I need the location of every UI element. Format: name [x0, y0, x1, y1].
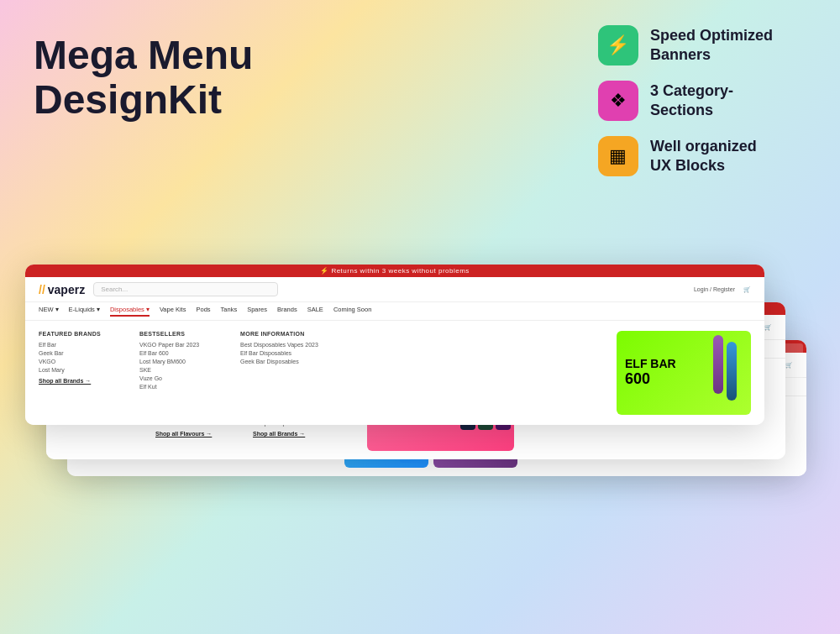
- grid-icon: ▦: [598, 136, 638, 176]
- front-col-1: FEATURED BRANDS Elf Bar Geek Bar VKGO Lo…: [39, 331, 123, 415]
- front-search[interactable]: Search...: [93, 282, 278, 296]
- feature-item-1: ⚡ Speed OptimizedBanners: [598, 25, 773, 65]
- front-col2-item1[interactable]: VKGO Paper Bar 2023: [139, 342, 223, 348]
- front-col2-item4[interactable]: SKE: [139, 367, 223, 373]
- elfbar-text-line1: ELF BAR: [625, 358, 676, 370]
- front-col1-item3[interactable]: VKGO: [39, 359, 123, 364]
- front-col3-item1[interactable]: Best Disposables Vapes 2023: [240, 342, 324, 348]
- front-col2-item2[interactable]: Elf Bar 600: [139, 350, 223, 356]
- front-logo: // vaperz: [39, 283, 85, 296]
- features-list: ⚡ Speed OptimizedBanners ❖ 3 Category-Se…: [598, 25, 773, 176]
- front-col1-item1[interactable]: Elf Bar: [39, 342, 123, 348]
- feature-label-3: Well organizedUX Blocks: [650, 137, 757, 176]
- front-col1-link[interactable]: Shop all Brands →: [39, 378, 123, 384]
- front-tab-sale[interactable]: SALE: [307, 306, 323, 317]
- layers-icon: ❖: [598, 81, 638, 121]
- front-col2-item6[interactable]: Elf Kut: [139, 384, 223, 390]
- front-banner-area: ELF BAR 600: [341, 331, 751, 415]
- feature-label-2: 3 Category-Sections: [650, 81, 733, 121]
- front-tab-disposables[interactable]: Disposables ▾: [110, 306, 150, 317]
- front-col1-item4[interactable]: Lost Mary: [39, 367, 123, 373]
- front-col-3: MORE INFORMATION Best Disposables Vapes …: [240, 331, 324, 415]
- feature-label-1: Speed OptimizedBanners: [650, 26, 773, 65]
- hero-title-line1: Mega Menu: [34, 34, 253, 78]
- front-tab-tanks[interactable]: Tanks: [221, 306, 238, 317]
- front-dropdown: FEATURED BRANDS Elf Bar Geek Bar VKGO Lo…: [25, 321, 764, 425]
- front-menu-tabs: NEW ▾ E-Liquids ▾ Disposables ▾ Vape Kit…: [25, 302, 764, 321]
- front-col1-title: FEATURED BRANDS: [39, 331, 123, 337]
- browser-front: ⚡ Returns within 3 weeks without problem…: [25, 265, 764, 425]
- login-register-link[interactable]: Login / Register: [694, 286, 735, 293]
- front-col2-item5[interactable]: Vuze Go: [139, 375, 223, 381]
- feature-item-2: ❖ 3 Category-Sections: [598, 81, 773, 121]
- front-nav-links: Login / Register 🛒: [694, 286, 751, 293]
- speed-icon: ⚡: [598, 25, 638, 65]
- front-topbar: ⚡ Returns within 3 weeks without problem…: [25, 265, 764, 277]
- hero-title-line2: DesignKit: [34, 78, 253, 123]
- mid-col2-link[interactable]: Shop all Flavours →: [155, 431, 239, 437]
- front-tab-eliquids[interactable]: E-Liquids ▾: [69, 306, 100, 317]
- front-tab-pods[interactable]: Pods: [196, 306, 210, 317]
- front-col3-item3[interactable]: Geek Bar Disposables: [240, 359, 324, 364]
- front-tab-spares[interactable]: Spares: [247, 306, 267, 317]
- front-col2-item3[interactable]: Lost Mary BM600: [139, 359, 223, 364]
- front-col2-title: BESTSELLERS: [139, 331, 223, 337]
- mid-col3-link[interactable]: Shop all Brands →: [253, 431, 337, 437]
- elfbar-device: [713, 335, 747, 402]
- front-col3-title: MORE INFORMATION: [240, 331, 324, 337]
- front-tab-brands[interactable]: Brands: [277, 306, 297, 317]
- front-tab-vapekits[interactable]: Vape Kits: [160, 306, 186, 317]
- elfbar-text-line2: 600: [625, 371, 676, 388]
- front-col-2: BESTSELLERS VKGO Paper Bar 2023 Elf Bar …: [139, 331, 223, 415]
- hero-title: Mega Menu DesignKit: [34, 34, 253, 123]
- browsers-container: ⚡ Returns within 3 weeks without problem…: [25, 265, 815, 617]
- front-col1-item2[interactable]: Geek Bar: [39, 350, 123, 356]
- front-tab-coming-soon[interactable]: Coming Soon: [333, 306, 371, 317]
- banner-elfbar: ELF BAR 600: [617, 331, 751, 415]
- feature-item-3: ▦ Well organizedUX Blocks: [598, 136, 773, 176]
- cart-icon[interactable]: 🛒: [743, 286, 751, 293]
- front-navbar: // vaperz Search... Login / Register 🛒: [25, 277, 764, 302]
- front-tab-new[interactable]: NEW ▾: [39, 306, 59, 317]
- front-col3-item2[interactable]: Elf Bar Disposables: [240, 350, 324, 356]
